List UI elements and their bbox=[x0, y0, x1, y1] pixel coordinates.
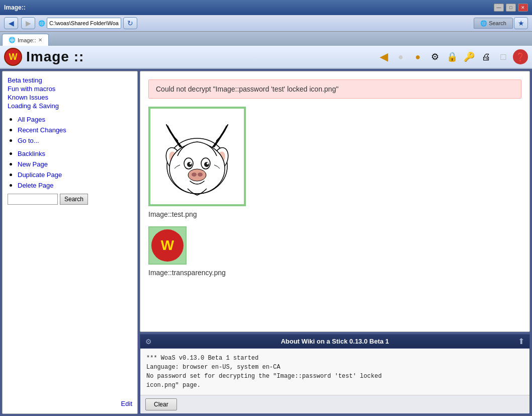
list-item: New Page bbox=[18, 159, 132, 169]
active-tab[interactable]: 🌐 Image:: ✕ bbox=[2, 34, 49, 46]
sidebar-delete-page[interactable]: Delete Page bbox=[18, 182, 54, 189]
window-title: Image:: bbox=[4, 4, 26, 11]
search-input[interactable] bbox=[8, 194, 58, 205]
list-item: Backlinks bbox=[18, 149, 132, 158]
console-up-button[interactable]: ⬆ bbox=[518, 337, 524, 346]
svg-point-10 bbox=[190, 162, 192, 164]
nav1-tool-icon[interactable]: ● bbox=[393, 49, 408, 64]
error-message: Could not decrypt "Image::password 'test… bbox=[156, 85, 338, 93]
window-controls: — □ ✕ bbox=[494, 4, 528, 12]
list-item: Duplicate Page bbox=[18, 170, 132, 179]
image2-caption: Image::transparency.png bbox=[148, 269, 521, 277]
sidebar-all-pages[interactable]: All Pages bbox=[18, 116, 45, 123]
gnu-image bbox=[152, 111, 242, 202]
tab-label: Image:: bbox=[18, 37, 36, 43]
app-title: Image :: bbox=[26, 49, 84, 65]
forward-button[interactable]: ▶ bbox=[21, 17, 35, 29]
w-logo-text: W bbox=[161, 237, 174, 254]
key-tool-icon[interactable]: 🔑 bbox=[462, 49, 477, 64]
console-footer: Clear bbox=[140, 395, 529, 413]
blank-tool-icon[interactable]: □ bbox=[496, 49, 511, 64]
sidebar-recent-changes[interactable]: Recent Changes bbox=[18, 126, 66, 134]
sidebar: Beta testing Fun with macros Known Issue… bbox=[2, 71, 138, 414]
help-tool-icon[interactable]: ❓ bbox=[513, 49, 528, 64]
image2-container: W bbox=[148, 226, 187, 265]
clear-button[interactable]: Clear bbox=[145, 398, 177, 410]
list-item: Go to... bbox=[18, 136, 132, 145]
svg-point-8 bbox=[187, 162, 192, 167]
minimize-button[interactable]: — bbox=[494, 4, 504, 12]
sidebar-search-box: Search bbox=[8, 194, 132, 205]
sidebar-goto[interactable]: Go to... bbox=[18, 137, 39, 144]
list-item: Recent Changes bbox=[18, 125, 132, 134]
sidebar-new-page[interactable]: New Page bbox=[18, 160, 48, 168]
sidebar-duplicate-page[interactable]: Duplicate Page bbox=[18, 171, 62, 179]
edit-link[interactable]: Edit bbox=[121, 400, 132, 407]
back-tool-icon[interactable]: ◀ bbox=[376, 49, 391, 64]
main-area: Beta testing Fun with macros Known Issue… bbox=[0, 69, 532, 416]
error-banner: Could not decrypt "Image::password 'test… bbox=[148, 79, 521, 99]
sidebar-nav-list: All Pages Recent Changes Go to... bbox=[18, 115, 132, 145]
console-log: *** WoaS v0.13.0 Beta 1 started Language… bbox=[146, 354, 523, 390]
title-bar: Image:: — □ ✕ bbox=[0, 0, 532, 15]
svg-point-14 bbox=[198, 173, 203, 177]
browser-toolbar: ◀ ▶ 🌐 ↻ 🌐 Search ★ bbox=[0, 15, 532, 32]
browser-search-area: 🌐 Search ★ bbox=[474, 17, 528, 29]
tab-icon: 🌐 bbox=[9, 37, 16, 43]
maximize-button[interactable]: □ bbox=[506, 4, 516, 12]
lock-tool-icon[interactable]: 🔒 bbox=[445, 49, 460, 64]
address-bar-label: 🌐 bbox=[38, 18, 121, 29]
image2-block: W Image::transparency.png bbox=[148, 226, 521, 277]
image1-container bbox=[148, 107, 246, 206]
search-engine-label: 🌐 Search bbox=[474, 18, 513, 29]
sidebar-backlinks[interactable]: Backlinks bbox=[18, 150, 45, 157]
image1-block: Image::test.png bbox=[148, 107, 521, 218]
svg-point-12 bbox=[188, 169, 206, 181]
settings-tool-icon[interactable]: ⚙ bbox=[427, 49, 442, 64]
sidebar-link-beta[interactable]: Beta testing bbox=[8, 76, 132, 84]
address-bar-container: 🌐 ↻ bbox=[38, 17, 471, 29]
console-title: About Wiki on a Stick 0.13.0 Beta 1 bbox=[281, 338, 389, 345]
w-logo-img: W bbox=[151, 229, 184, 262]
page-icon: 🌐 bbox=[38, 20, 45, 27]
content-main: Could not decrypt "Image::password 'test… bbox=[140, 71, 530, 332]
nav2-tool-icon[interactable]: ● bbox=[410, 49, 425, 64]
console-body: *** WoaS v0.13.0 Beta 1 started Language… bbox=[140, 349, 529, 395]
print-tool-icon[interactable]: 🖨 bbox=[479, 49, 494, 64]
search-button[interactable]: Search bbox=[60, 194, 88, 205]
sidebar-top-links: Beta testing Fun with macros Known Issue… bbox=[8, 76, 132, 110]
app-logo: W bbox=[4, 48, 22, 66]
console-gear-icon: ⚙ bbox=[145, 338, 152, 346]
sidebar-link-macros[interactable]: Fun with macros bbox=[8, 85, 132, 93]
sidebar-link-saving[interactable]: Loading & Saving bbox=[8, 102, 132, 110]
toolbar-icons: ◀ ● ● ⚙ 🔒 🔑 🖨 □ ❓ bbox=[376, 49, 528, 64]
app-toolbar: W Image :: ◀ ● ● ⚙ 🔒 🔑 🖨 □ ❓ bbox=[0, 46, 532, 69]
svg-point-11 bbox=[207, 162, 209, 164]
refresh-button[interactable]: ↻ bbox=[123, 17, 137, 29]
close-button[interactable]: ✕ bbox=[518, 4, 528, 12]
list-item: Delete Page bbox=[18, 181, 132, 190]
app-title-area: W Image :: bbox=[4, 48, 84, 66]
image1-caption: Image::test.png bbox=[148, 210, 521, 218]
console-header: ⚙ About Wiki on a Stick 0.13.0 Beta 1 ⬆ bbox=[140, 335, 529, 349]
list-item: All Pages bbox=[18, 115, 132, 124]
content-wrapper: Could not decrypt "Image::password 'test… bbox=[140, 71, 530, 414]
console-panel: ⚙ About Wiki on a Stick 0.13.0 Beta 1 ⬆ … bbox=[140, 334, 530, 414]
back-button[interactable]: ◀ bbox=[4, 17, 18, 29]
tab-bar: 🌐 Image:: ✕ bbox=[0, 32, 532, 46]
tab-close-button[interactable]: ✕ bbox=[38, 37, 42, 43]
svg-point-9 bbox=[204, 162, 209, 167]
svg-point-13 bbox=[192, 173, 197, 177]
favorites-button[interactable]: ★ bbox=[514, 17, 528, 29]
address-input[interactable] bbox=[47, 18, 121, 29]
sidebar-link-issues[interactable]: Known Issues bbox=[8, 94, 132, 101]
sidebar-action-list: Backlinks New Page Duplicate Page Delete… bbox=[18, 149, 132, 190]
